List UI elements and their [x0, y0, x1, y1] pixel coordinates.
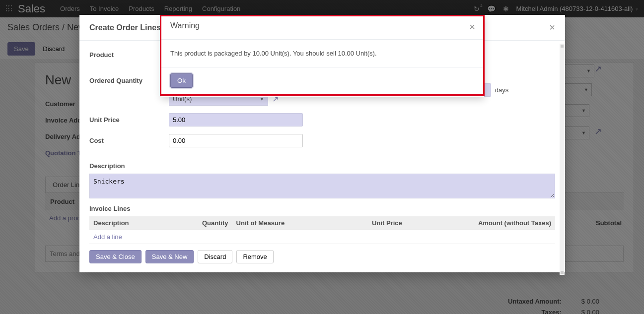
add-line-link[interactable]: Add a line	[93, 233, 122, 241]
label-description: Description	[89, 162, 555, 170]
warning-title: Warning	[170, 21, 200, 33]
th-quantity: Quantity	[169, 216, 232, 230]
label-product: Product	[89, 48, 169, 59]
th-unit-price: Unit Price	[336, 216, 406, 230]
warning-message: This product is packaged by 10.00 Unit(s…	[161, 40, 484, 67]
save-new-button[interactable]: Save & New	[145, 250, 194, 263]
label-ordered-qty: Ordered Quantity	[89, 74, 169, 106]
days-label: days	[495, 86, 508, 94]
warning-modal: Warning × This product is packaged by 10…	[161, 15, 484, 97]
save-close-button[interactable]: Save & Close	[89, 250, 142, 263]
cost-input[interactable]	[169, 134, 303, 147]
remove-button[interactable]: Remove	[236, 250, 273, 263]
invoice-lines-table: Description Quantity Unit of Measure Uni…	[89, 216, 555, 244]
modal-title: Create Order Lines	[89, 23, 161, 32]
ok-button[interactable]: Ok	[170, 73, 193, 88]
th-amount: Amount (without Taxes)	[406, 216, 555, 230]
label-invoice-lines: Invoice Lines	[89, 205, 555, 212]
close-icon[interactable]: ×	[549, 22, 555, 33]
th-uom: Unit of Measure	[232, 216, 336, 230]
label-unit-price: Unit Price	[89, 113, 169, 126]
discard-button[interactable]: Discard	[198, 250, 232, 263]
th-description: Description	[89, 216, 169, 230]
description-textarea[interactable]	[89, 174, 555, 198]
close-icon[interactable]: ×	[469, 21, 475, 33]
label-cost: Cost	[89, 134, 169, 147]
unit-price-input[interactable]	[169, 113, 303, 126]
